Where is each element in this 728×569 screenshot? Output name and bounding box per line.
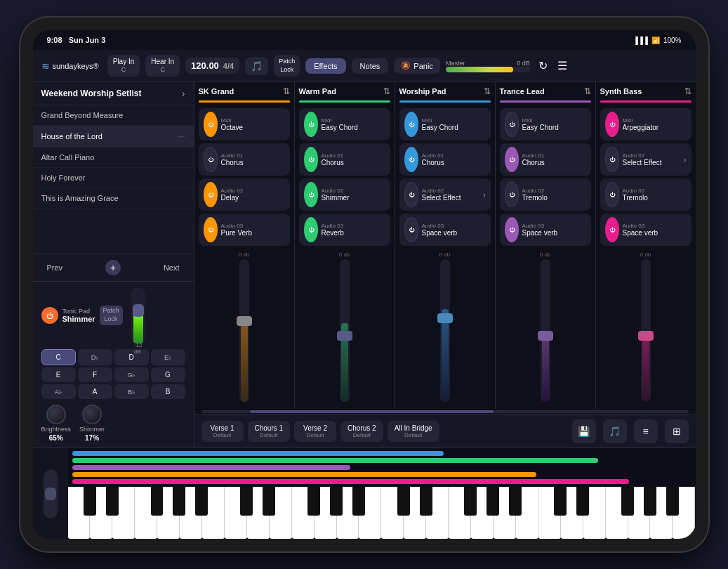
scene-chorus2-button[interactable]: Chorus 2 Default [340,421,383,442]
sync-button[interactable]: ↻ [536,56,550,75]
scene-list-button[interactable]: ≡ [634,419,658,443]
scene-chorus1-button[interactable]: Chours 1 Default [248,421,291,442]
white-key[interactable] [606,487,628,539]
sidebar-expand-icon[interactable]: › [182,88,185,99]
black-key[interactable] [330,487,343,516]
more-options-icon[interactable]: ··· [178,131,185,141]
effect-power-button[interactable]: ⏻ [605,217,619,242]
effect-power-button[interactable]: ⏻ [404,182,418,207]
scene-midi-button[interactable]: 🎵 [603,419,627,443]
metronome-button[interactable]: 🎵 [245,57,268,75]
black-key[interactable] [666,487,679,516]
sidebar-item-active[interactable]: House of the Lord ··· [33,126,194,148]
menu-button[interactable]: ☰ [555,56,570,75]
key-Db[interactable]: D♭ [78,349,112,365]
sidebar-item[interactable]: Altar Call Piano [33,148,194,168]
white-key[interactable] [68,487,91,539]
shimmer-knob[interactable] [82,405,102,424]
white-key[interactable] [538,487,561,539]
key-B[interactable]: B [151,384,185,399]
black-key[interactable] [84,487,96,516]
add-song-button[interactable]: + [105,260,121,275]
fader-track[interactable] [440,259,450,402]
effect-power-button[interactable]: ⏻ [505,147,519,172]
black-key[interactable] [554,487,567,516]
effect-power-button[interactable]: ⏻ [505,182,519,207]
white-key[interactable] [381,487,404,539]
effect-power-button[interactable]: ⏻ [304,217,318,242]
key-Ab[interactable]: A♭ [41,384,76,399]
tonic-power-button[interactable]: ⏻ [41,307,58,324]
col-controls-icon[interactable]: ⇅ [383,86,390,96]
key-E[interactable]: E [41,367,76,382]
effect-power-button[interactable]: ⏻ [605,112,619,137]
effect-power-button[interactable]: ⏻ [304,182,318,207]
effect-power-button[interactable]: ⏻ [505,112,519,137]
effect-power-button[interactable]: ⏻ [204,182,218,207]
fader-handle[interactable] [538,331,553,341]
fader-track[interactable] [239,259,249,402]
effect-power-button[interactable]: ⏻ [204,147,218,172]
save-scene-button[interactable]: 💾 [572,419,596,443]
fader-track[interactable] [541,259,550,402]
effect-power-button[interactable]: ⏻ [304,112,318,137]
black-key[interactable] [621,487,634,516]
sidebar-item[interactable]: This is Amazing Grace [33,188,194,209]
black-key[interactable] [509,487,522,516]
black-key[interactable] [352,487,365,516]
scene-verse1-button[interactable]: Verse 1 Default [201,421,244,442]
prev-button[interactable]: Prev [41,261,69,275]
effects-button[interactable]: Effects [305,58,345,74]
effect-power-button[interactable]: ⏻ [605,147,619,172]
col-controls-icon[interactable]: ⇅ [484,86,491,96]
black-key[interactable] [464,487,477,516]
keyboard-fader[interactable]: -12 dB [131,287,145,344]
black-key[interactable] [263,487,275,516]
black-key[interactable] [240,487,253,516]
black-key[interactable] [151,487,164,516]
key-Bb[interactable]: B♭ [114,384,149,399]
horizontal-scrollbar[interactable] [201,410,689,413]
black-key[interactable] [106,487,119,516]
white-key[interactable] [292,487,315,539]
key-A[interactable]: A [78,384,112,399]
white-key[interactable] [449,487,471,539]
key-Eb[interactable]: E♭ [151,349,185,365]
black-key[interactable] [195,487,208,516]
notes-button[interactable]: Notes [352,58,389,74]
fader-track[interactable] [340,259,350,402]
scene-verse2-button[interactable]: Verse 2 Default [294,421,336,442]
play-in-button[interactable]: Play In C [107,55,140,77]
next-button[interactable]: Next [158,261,185,275]
fader-track[interactable] [641,259,651,402]
panic-button[interactable]: 🔕 Panic [394,58,440,74]
sidebar-item[interactable]: Grand Beyond Measure [33,105,194,126]
patch-lock-button[interactable]: PatchLock [274,55,300,77]
hear-in-button[interactable]: Hear In C [145,55,180,77]
effect-arrow-icon[interactable]: › [684,156,686,164]
black-key[interactable] [644,487,656,516]
scene-grid-button[interactable]: ⊞ [665,419,689,443]
white-key[interactable] [225,487,247,539]
scene-bridge-button[interactable]: All In Bridge Default [388,421,439,442]
effect-arrow-icon[interactable]: › [483,191,485,199]
effect-power-button[interactable]: ⏻ [404,217,418,242]
black-key[interactable] [173,487,185,516]
key-G[interactable]: G [151,367,185,382]
col-controls-icon[interactable]: ⇅ [684,86,691,96]
brightness-knob[interactable] [46,405,66,424]
key-F[interactable]: F [78,367,112,382]
col-controls-icon[interactable]: ⇅ [283,86,290,96]
black-key[interactable] [576,487,589,516]
pitch-bend-slider[interactable] [44,469,58,518]
black-key[interactable] [397,487,410,516]
sidebar-item[interactable]: Holy Forever [33,168,194,188]
effect-power-button[interactable]: ⏻ [204,112,218,137]
effect-power-button[interactable]: ⏻ [404,147,418,172]
fader-handle[interactable] [337,331,352,341]
master-volume-slider[interactable] [446,67,530,72]
key-Gb[interactable]: G♭ [114,367,149,382]
black-key[interactable] [487,487,499,516]
fader-handle[interactable] [638,331,654,341]
black-key[interactable] [307,487,320,516]
